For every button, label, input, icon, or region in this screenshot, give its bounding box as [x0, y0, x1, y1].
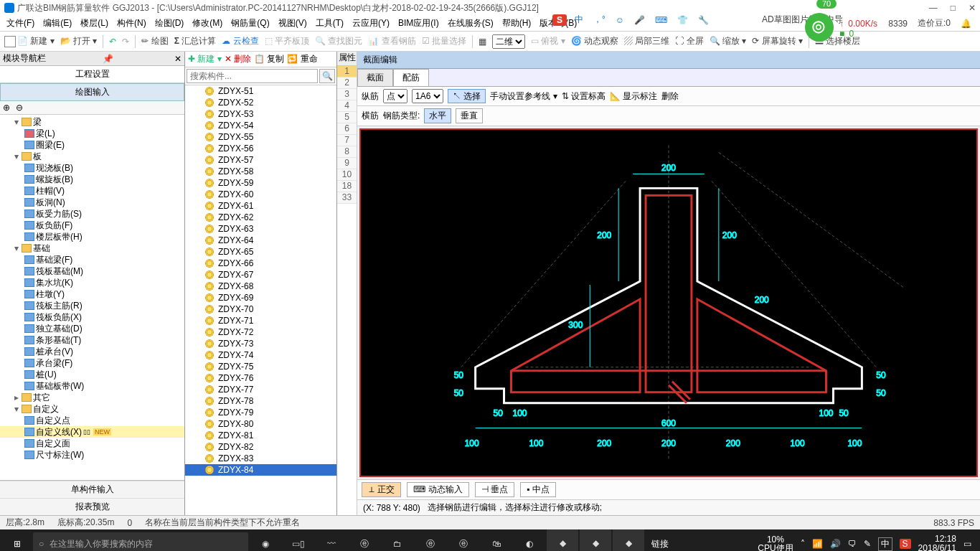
tray-clock[interactable]: 12:182018/6/11: [918, 534, 956, 551]
ie-icon[interactable]: ⓔ: [448, 529, 479, 551]
menu-online[interactable]: 在线服务(S): [446, 17, 496, 30]
component-item[interactable]: ZDYX-82: [185, 441, 336, 453]
open-button[interactable]: 📂 打开 ▾: [60, 35, 98, 47]
component-item[interactable]: ZDYX-70: [185, 303, 336, 315]
row-number[interactable]: 5: [337, 112, 357, 123]
component-item[interactable]: ZDYX-60: [185, 189, 336, 200]
mid-point-button[interactable]: ▪ 中点: [520, 482, 556, 497]
select-button[interactable]: ↖ 选择: [448, 89, 486, 103]
component-tree[interactable]: ▾梁 梁(L) 圈梁(E) ▾板 现浇板(B) 螺旋板(B) 柱帽(V) 板洞(…: [0, 115, 184, 480]
component-item[interactable]: ZDYX-69: [185, 292, 336, 303]
tree-fbjc[interactable]: 筏板基础(M): [36, 265, 83, 278]
component-item[interactable]: ZDYX-61: [185, 200, 336, 212]
component-item[interactable]: ZDYX-64: [185, 235, 336, 246]
component-item[interactable]: ZDYX-79: [185, 407, 336, 418]
nav-single-input[interactable]: 单构件输入: [0, 481, 184, 498]
component-item[interactable]: ZDYX-63: [185, 223, 336, 235]
component-item[interactable]: ZDYX-62: [185, 212, 336, 223]
spec-select[interactable]: 1A6: [412, 89, 443, 103]
component-item[interactable]: ZDYX-76: [185, 372, 336, 384]
row-number[interactable]: 3: [337, 89, 357, 100]
tree-jcl[interactable]: 基础梁(F): [36, 254, 72, 266]
tree-xjb[interactable]: 现浇板(B): [36, 162, 73, 174]
redo-icon[interactable]: ↷: [122, 37, 129, 47]
tree-liang-l[interactable]: 梁(L): [36, 128, 55, 140]
ime-keyboard-icon[interactable]: ⌨: [653, 14, 669, 26]
tree-dljc[interactable]: 独立基础(D): [36, 323, 83, 335]
row-number[interactable]: 1: [337, 66, 357, 77]
component-item[interactable]: ZDYX-57: [185, 154, 336, 166]
component-item[interactable]: ZDYX-81: [185, 430, 336, 441]
undo-icon[interactable]: ↶: [109, 37, 116, 47]
component-item[interactable]: ZDYX-52: [185, 97, 336, 108]
search-button[interactable]: 🔍: [319, 69, 335, 83]
wifi-icon[interactable]: [805, 13, 834, 42]
show-dim-button[interactable]: 📐 显示标注: [610, 90, 657, 103]
tree-lcbd[interactable]: 楼层板带(H): [36, 231, 83, 243]
tray-notif-icon[interactable]: ▭: [963, 539, 971, 549]
menu-view[interactable]: 视图(V): [276, 17, 309, 30]
component-item[interactable]: ZDYX-51: [185, 85, 336, 97]
dyn-input-button[interactable]: ⌨ 动态输入: [407, 482, 468, 497]
rename-comp-button[interactable]: 🔁 重命: [287, 53, 317, 65]
edge-legacy-icon[interactable]: ⓔ: [349, 529, 380, 551]
ime-mic-icon[interactable]: 🎤: [632, 14, 647, 26]
search-input[interactable]: [187, 69, 318, 83]
tree-bfj[interactable]: 板负筋(F): [36, 220, 72, 232]
new-comp-button[interactable]: ✚ 新建 ▾: [188, 53, 222, 65]
delete-button[interactable]: 删除: [661, 90, 679, 103]
tray-wifi-icon[interactable]: 📶: [812, 539, 823, 549]
tree-zhuang[interactable]: 桩(U): [36, 369, 57, 381]
tree-zdy[interactable]: 自定义: [33, 403, 59, 415]
batch-sel-button[interactable]: ☑ 批量选择: [422, 35, 466, 47]
row-number[interactable]: 10: [337, 169, 357, 181]
tree-jichu[interactable]: 基础: [33, 242, 50, 255]
menu-tool[interactable]: 工具(T): [314, 17, 346, 30]
find-button[interactable]: 🔍 查找图元: [315, 35, 362, 47]
component-item[interactable]: ZDYX-58: [185, 166, 336, 177]
tree-qita[interactable]: 其它: [33, 392, 50, 404]
pin-icon[interactable]: 📌: [103, 54, 113, 64]
tree-lxb[interactable]: 螺旋板(B): [36, 174, 73, 186]
active-app3-icon[interactable]: ◆: [613, 529, 644, 551]
tree-zdyx-selected[interactable]: 自定义线(X)▯▯NEW: [0, 426, 184, 438]
tab-rebar[interactable]: 配筋: [393, 69, 429, 86]
tree-quanliang[interactable]: 圈梁(E): [36, 139, 65, 151]
menu-mod[interactable]: 修改(M): [190, 17, 225, 30]
bell-icon[interactable]: 🔔: [961, 19, 971, 29]
component-item[interactable]: ZDYX-78: [185, 395, 336, 407]
view-steel-button[interactable]: 📊 查看钢筋: [368, 35, 415, 47]
component-item[interactable]: ZDYX-54: [185, 120, 336, 131]
component-item[interactable]: ZDYX-55: [185, 131, 336, 143]
tree-zct[interactable]: 桩承台(V): [36, 346, 73, 358]
tray-up-icon[interactable]: ˄: [801, 539, 805, 549]
menu-comp[interactable]: 构件(N): [115, 17, 149, 30]
new-button[interactable]: 📄 新建 ▾: [4, 35, 55, 47]
menu-draw[interactable]: 绘图(D): [153, 17, 187, 30]
nav-report[interactable]: 报表预览: [0, 498, 184, 515]
tree-zhumao[interactable]: 柱帽(V): [36, 185, 65, 197]
component-item[interactable]: ZDYX-66: [185, 258, 336, 269]
row-number[interactable]: 8: [337, 146, 357, 158]
active-app2-icon[interactable]: ◆: [580, 529, 611, 551]
tree-bslj[interactable]: 板受力筋(S): [36, 208, 82, 220]
ime-wrench-icon[interactable]: 🔧: [696, 14, 711, 26]
tree-txjc[interactable]: 条形基础(T): [36, 334, 81, 347]
component-item[interactable]: ZDYX-83: [185, 453, 336, 464]
rotate-button[interactable]: ⟳ 屏幕旋转 ▾: [752, 35, 803, 47]
zoom-button[interactable]: 🔍 缩放 ▾: [710, 35, 747, 47]
tree-ccbz[interactable]: 尺寸标注(W): [36, 449, 84, 461]
tree-bandong[interactable]: 板洞(N): [36, 197, 65, 209]
row-number[interactable]: 6: [337, 123, 357, 135]
app-swirl-icon[interactable]: 〰: [316, 529, 347, 551]
component-item[interactable]: ZDYX-59: [185, 177, 336, 189]
dim-select[interactable]: 二维: [492, 34, 525, 49]
menu-bim[interactable]: BIM应用(I): [396, 17, 441, 30]
tray-sogou-icon[interactable]: S: [900, 539, 911, 549]
tree-ban[interactable]: 板: [33, 151, 42, 163]
tray-ime[interactable]: 中: [878, 537, 892, 551]
component-item[interactable]: ZDYX-68: [185, 281, 336, 292]
link-label[interactable]: 链接: [646, 538, 674, 550]
tree-jcbd[interactable]: 基础板带(W): [36, 380, 84, 392]
component-item[interactable]: ZDYX-53: [185, 108, 336, 120]
